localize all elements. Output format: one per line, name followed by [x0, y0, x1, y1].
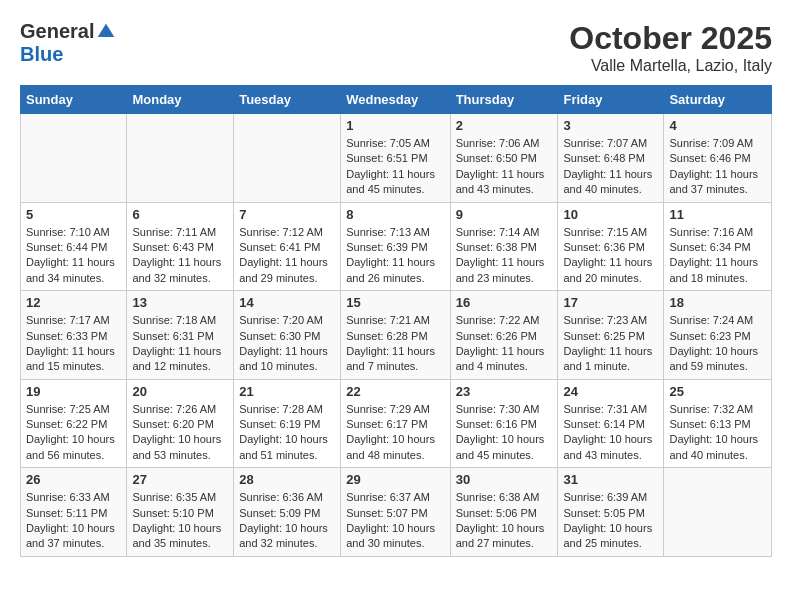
header-cell-monday: Monday — [127, 86, 234, 114]
week-row-2: 5Sunrise: 7:10 AM Sunset: 6:44 PM Daylig… — [21, 202, 772, 291]
day-number: 15 — [346, 295, 444, 310]
calendar-cell: 18Sunrise: 7:24 AM Sunset: 6:23 PM Dayli… — [664, 291, 772, 380]
calendar-cell: 16Sunrise: 7:22 AM Sunset: 6:26 PM Dayli… — [450, 291, 558, 380]
day-info: Sunrise: 7:13 AM Sunset: 6:39 PM Dayligh… — [346, 225, 444, 287]
day-number: 8 — [346, 207, 444, 222]
day-info: Sunrise: 7:12 AM Sunset: 6:41 PM Dayligh… — [239, 225, 335, 287]
calendar-cell — [664, 468, 772, 557]
week-row-3: 12Sunrise: 7:17 AM Sunset: 6:33 PM Dayli… — [21, 291, 772, 380]
day-number: 24 — [563, 384, 658, 399]
calendar-cell: 6Sunrise: 7:11 AM Sunset: 6:43 PM Daylig… — [127, 202, 234, 291]
calendar-cell: 27Sunrise: 6:35 AM Sunset: 5:10 PM Dayli… — [127, 468, 234, 557]
calendar-cell — [234, 114, 341, 203]
calendar-cell: 12Sunrise: 7:17 AM Sunset: 6:33 PM Dayli… — [21, 291, 127, 380]
day-number: 11 — [669, 207, 766, 222]
day-info: Sunrise: 7:21 AM Sunset: 6:28 PM Dayligh… — [346, 313, 444, 375]
day-number: 9 — [456, 207, 553, 222]
header-cell-friday: Friday — [558, 86, 664, 114]
calendar-cell — [21, 114, 127, 203]
calendar-cell: 22Sunrise: 7:29 AM Sunset: 6:17 PM Dayli… — [341, 379, 450, 468]
calendar-cell: 2Sunrise: 7:06 AM Sunset: 6:50 PM Daylig… — [450, 114, 558, 203]
page-header: General Blue October 2025 Valle Martella… — [20, 20, 772, 75]
day-info: Sunrise: 7:05 AM Sunset: 6:51 PM Dayligh… — [346, 136, 444, 198]
calendar-cell: 3Sunrise: 7:07 AM Sunset: 6:48 PM Daylig… — [558, 114, 664, 203]
week-row-1: 1Sunrise: 7:05 AM Sunset: 6:51 PM Daylig… — [21, 114, 772, 203]
logo-icon — [96, 22, 116, 42]
calendar-cell: 15Sunrise: 7:21 AM Sunset: 6:28 PM Dayli… — [341, 291, 450, 380]
day-number: 7 — [239, 207, 335, 222]
day-number: 29 — [346, 472, 444, 487]
calendar-cell: 7Sunrise: 7:12 AM Sunset: 6:41 PM Daylig… — [234, 202, 341, 291]
calendar-cell: 30Sunrise: 6:38 AM Sunset: 5:06 PM Dayli… — [450, 468, 558, 557]
calendar-cell: 5Sunrise: 7:10 AM Sunset: 6:44 PM Daylig… — [21, 202, 127, 291]
day-number: 3 — [563, 118, 658, 133]
logo-general-text: General — [20, 20, 94, 43]
day-number: 27 — [132, 472, 228, 487]
logo-blue-text: Blue — [20, 43, 63, 66]
calendar-cell: 25Sunrise: 7:32 AM Sunset: 6:13 PM Dayli… — [664, 379, 772, 468]
header-cell-wednesday: Wednesday — [341, 86, 450, 114]
day-info: Sunrise: 7:20 AM Sunset: 6:30 PM Dayligh… — [239, 313, 335, 375]
day-info: Sunrise: 7:18 AM Sunset: 6:31 PM Dayligh… — [132, 313, 228, 375]
day-number: 22 — [346, 384, 444, 399]
calendar-cell: 29Sunrise: 6:37 AM Sunset: 5:07 PM Dayli… — [341, 468, 450, 557]
day-info: Sunrise: 7:22 AM Sunset: 6:26 PM Dayligh… — [456, 313, 553, 375]
day-number: 16 — [456, 295, 553, 310]
day-info: Sunrise: 7:29 AM Sunset: 6:17 PM Dayligh… — [346, 402, 444, 464]
day-number: 13 — [132, 295, 228, 310]
day-number: 4 — [669, 118, 766, 133]
header-cell-sunday: Sunday — [21, 86, 127, 114]
day-number: 5 — [26, 207, 121, 222]
day-number: 20 — [132, 384, 228, 399]
day-info: Sunrise: 6:33 AM Sunset: 5:11 PM Dayligh… — [26, 490, 121, 552]
day-number: 23 — [456, 384, 553, 399]
day-info: Sunrise: 7:31 AM Sunset: 6:14 PM Dayligh… — [563, 402, 658, 464]
calendar-cell: 28Sunrise: 6:36 AM Sunset: 5:09 PM Dayli… — [234, 468, 341, 557]
day-number: 1 — [346, 118, 444, 133]
day-number: 6 — [132, 207, 228, 222]
day-info: Sunrise: 6:39 AM Sunset: 5:05 PM Dayligh… — [563, 490, 658, 552]
calendar-cell: 9Sunrise: 7:14 AM Sunset: 6:38 PM Daylig… — [450, 202, 558, 291]
calendar-cell: 1Sunrise: 7:05 AM Sunset: 6:51 PM Daylig… — [341, 114, 450, 203]
day-info: Sunrise: 7:09 AM Sunset: 6:46 PM Dayligh… — [669, 136, 766, 198]
header-cell-thursday: Thursday — [450, 86, 558, 114]
calendar-cell: 10Sunrise: 7:15 AM Sunset: 6:36 PM Dayli… — [558, 202, 664, 291]
day-number: 12 — [26, 295, 121, 310]
day-number: 10 — [563, 207, 658, 222]
location-text: Valle Martella, Lazio, Italy — [569, 57, 772, 75]
calendar-table: SundayMondayTuesdayWednesdayThursdayFrid… — [20, 85, 772, 557]
header-row: SundayMondayTuesdayWednesdayThursdayFrid… — [21, 86, 772, 114]
calendar-cell: 20Sunrise: 7:26 AM Sunset: 6:20 PM Dayli… — [127, 379, 234, 468]
calendar-cell — [127, 114, 234, 203]
week-row-5: 26Sunrise: 6:33 AM Sunset: 5:11 PM Dayli… — [21, 468, 772, 557]
day-number: 30 — [456, 472, 553, 487]
logo: General Blue — [20, 20, 116, 66]
calendar-cell: 31Sunrise: 6:39 AM Sunset: 5:05 PM Dayli… — [558, 468, 664, 557]
day-info: Sunrise: 7:25 AM Sunset: 6:22 PM Dayligh… — [26, 402, 121, 464]
day-info: Sunrise: 7:15 AM Sunset: 6:36 PM Dayligh… — [563, 225, 658, 287]
day-number: 25 — [669, 384, 766, 399]
week-row-4: 19Sunrise: 7:25 AM Sunset: 6:22 PM Dayli… — [21, 379, 772, 468]
calendar-cell: 26Sunrise: 6:33 AM Sunset: 5:11 PM Dayli… — [21, 468, 127, 557]
calendar-cell: 4Sunrise: 7:09 AM Sunset: 6:46 PM Daylig… — [664, 114, 772, 203]
day-number: 17 — [563, 295, 658, 310]
day-info: Sunrise: 7:16 AM Sunset: 6:34 PM Dayligh… — [669, 225, 766, 287]
day-info: Sunrise: 7:14 AM Sunset: 6:38 PM Dayligh… — [456, 225, 553, 287]
day-info: Sunrise: 7:30 AM Sunset: 6:16 PM Dayligh… — [456, 402, 553, 464]
day-info: Sunrise: 6:36 AM Sunset: 5:09 PM Dayligh… — [239, 490, 335, 552]
calendar-cell: 24Sunrise: 7:31 AM Sunset: 6:14 PM Dayli… — [558, 379, 664, 468]
day-info: Sunrise: 7:28 AM Sunset: 6:19 PM Dayligh… — [239, 402, 335, 464]
day-number: 28 — [239, 472, 335, 487]
title-area: October 2025 Valle Martella, Lazio, Ital… — [569, 20, 772, 75]
calendar-cell: 17Sunrise: 7:23 AM Sunset: 6:25 PM Dayli… — [558, 291, 664, 380]
day-number: 18 — [669, 295, 766, 310]
day-info: Sunrise: 7:17 AM Sunset: 6:33 PM Dayligh… — [26, 313, 121, 375]
day-info: Sunrise: 7:11 AM Sunset: 6:43 PM Dayligh… — [132, 225, 228, 287]
calendar-cell: 14Sunrise: 7:20 AM Sunset: 6:30 PM Dayli… — [234, 291, 341, 380]
day-info: Sunrise: 7:24 AM Sunset: 6:23 PM Dayligh… — [669, 313, 766, 375]
calendar-cell: 19Sunrise: 7:25 AM Sunset: 6:22 PM Dayli… — [21, 379, 127, 468]
day-number: 14 — [239, 295, 335, 310]
day-info: Sunrise: 7:06 AM Sunset: 6:50 PM Dayligh… — [456, 136, 553, 198]
calendar-cell: 8Sunrise: 7:13 AM Sunset: 6:39 PM Daylig… — [341, 202, 450, 291]
header-cell-saturday: Saturday — [664, 86, 772, 114]
